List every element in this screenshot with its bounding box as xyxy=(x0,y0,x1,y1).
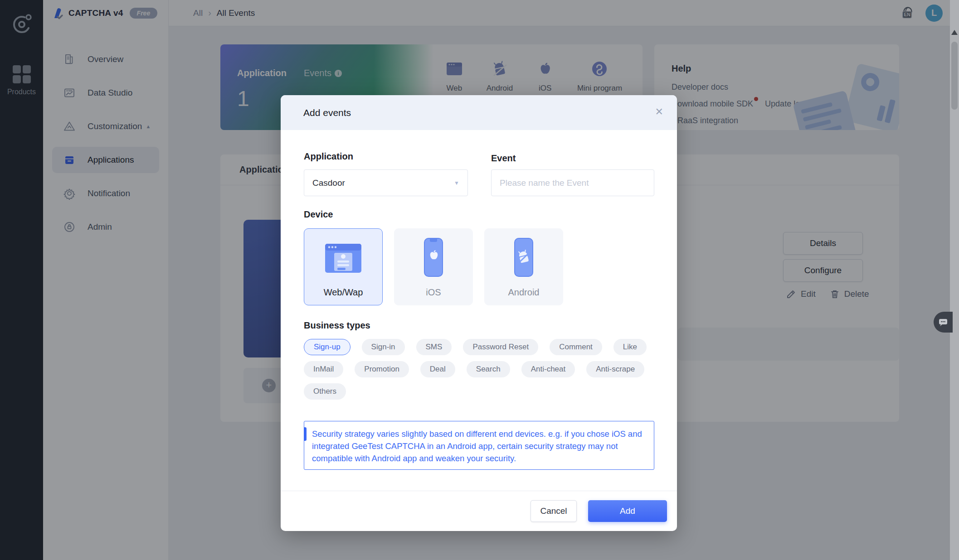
chat-bubble-icon xyxy=(938,318,948,327)
scrollbar-thumb[interactable] xyxy=(951,42,958,110)
browser-window-icon xyxy=(322,229,364,287)
scrollbar[interactable] xyxy=(950,0,959,560)
chip-password-reset[interactable]: Password Reset xyxy=(463,339,538,355)
chip-comment[interactable]: Comment xyxy=(550,339,602,355)
device-section-label: Device xyxy=(304,209,333,220)
chip-sign-up[interactable]: Sign-up xyxy=(304,339,350,355)
chip-like[interactable]: Like xyxy=(613,339,647,355)
business-types-label: Business types xyxy=(304,320,370,331)
chip-anti-scrape[interactable]: Anti-scrape xyxy=(586,361,644,377)
modal-footer: Cancel Add xyxy=(281,491,677,531)
device-label: Android xyxy=(508,287,540,298)
device-label: Web/Wap xyxy=(324,287,363,298)
chip-anti-cheat[interactable]: Anti-cheat xyxy=(521,361,575,377)
chevron-down-icon: ▼ xyxy=(454,180,459,186)
chip-others[interactable]: Others xyxy=(304,383,346,400)
iphone-icon xyxy=(420,229,447,287)
android-phone-icon xyxy=(510,229,537,287)
feedback-chat-widget[interactable] xyxy=(934,312,953,333)
chip-inmail[interactable]: InMail xyxy=(304,361,343,377)
device-card-web-wap[interactable]: Web/Wap xyxy=(304,228,383,305)
add-events-modal: Add events ✕ Application Casdoor ▼ Event… xyxy=(281,95,677,531)
modal-title: Add events xyxy=(303,107,351,118)
chip-search[interactable]: Search xyxy=(467,361,510,377)
modal-header: Add events ✕ xyxy=(281,95,677,130)
chip-deal[interactable]: Deal xyxy=(420,361,455,377)
event-name-input[interactable] xyxy=(491,169,654,196)
business-type-chips: Sign-up Sign-in SMS Password Reset Comme… xyxy=(304,339,653,400)
security-note: Security strategy varies slightly based … xyxy=(304,421,654,470)
cancel-button[interactable]: Cancel xyxy=(531,500,577,522)
chip-sign-in[interactable]: Sign-in xyxy=(362,339,405,355)
application-field-label: Application xyxy=(304,151,353,162)
event-field-label: Event xyxy=(491,153,516,164)
device-label: iOS xyxy=(426,287,441,298)
application-select[interactable]: Casdoor ▼ xyxy=(304,169,468,196)
device-card-ios[interactable]: iOS xyxy=(394,228,473,305)
security-note-text: Security strategy varies slightly based … xyxy=(312,428,644,464)
chip-sms[interactable]: SMS xyxy=(416,339,452,355)
device-card-android[interactable]: Android xyxy=(484,228,563,305)
scroll-up-arrow-icon[interactable] xyxy=(951,30,958,35)
application-select-value: Casdoor xyxy=(312,178,454,188)
close-icon[interactable]: ✕ xyxy=(655,106,663,118)
add-button[interactable]: Add xyxy=(588,500,667,522)
chip-promotion[interactable]: Promotion xyxy=(355,361,409,377)
